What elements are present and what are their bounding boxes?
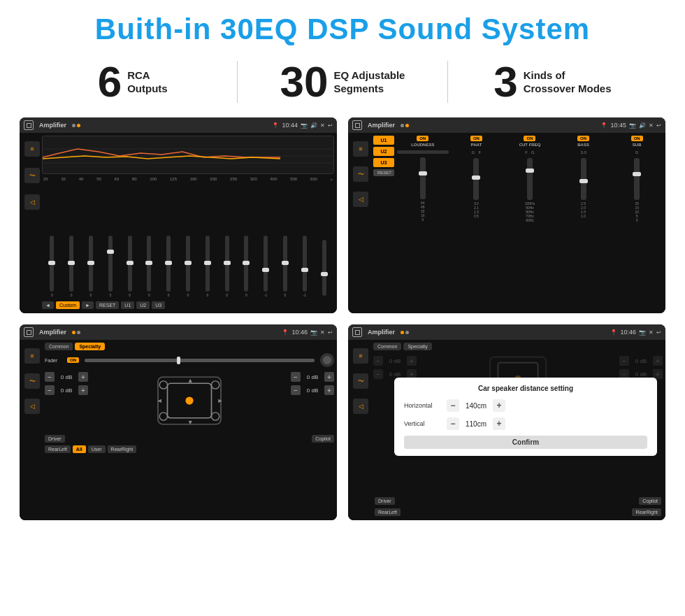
eq-u1-btn[interactable]: U1 — [121, 301, 134, 309]
sub-v-thumb[interactable] — [633, 172, 641, 176]
eq-thumb-14[interactable] — [321, 272, 328, 276]
eq-track-13[interactable] — [303, 236, 307, 292]
fader-h-track[interactable] — [85, 359, 315, 362]
eq-track-7[interactable] — [186, 236, 190, 292]
vertical-minus-btn[interactable]: − — [447, 417, 459, 430]
channel-on-sub[interactable]: ON — [631, 136, 643, 141]
btn-rearleft[interactable]: RearLeft — [45, 445, 71, 453]
dist-tab-specialty[interactable]: Specialty — [403, 343, 431, 350]
dist-btn-copilot[interactable]: Copilot — [639, 497, 661, 505]
btn-copilot[interactable]: Copilot — [312, 435, 334, 443]
eq-track-3[interactable] — [108, 236, 113, 292]
home-icon-2[interactable] — [352, 120, 362, 130]
confirm-button[interactable]: Confirm — [404, 436, 647, 449]
btn-user[interactable]: User — [88, 445, 106, 453]
channel-on-phat[interactable]: ON — [470, 136, 482, 141]
preset-u2[interactable]: U2 — [373, 147, 394, 156]
phat-v-slider[interactable] — [473, 158, 479, 200]
tab-common[interactable]: Common — [45, 343, 73, 350]
eq-thumb-4[interactable] — [127, 261, 134, 265]
eq-thumb-2[interactable] — [87, 261, 94, 265]
horizontal-minus-btn[interactable]: − — [447, 399, 459, 412]
home-icon-3[interactable] — [24, 327, 34, 337]
eq-u2-btn[interactable]: U2 — [136, 301, 150, 309]
eq-thumb-1[interactable] — [68, 261, 75, 265]
horizontal-plus-btn[interactable]: + — [493, 399, 505, 412]
loudness-v-thumb[interactable] — [419, 171, 427, 176]
eq-thumb-3[interactable] — [107, 250, 114, 254]
eq-track-2[interactable] — [89, 236, 93, 292]
eq-track-6[interactable] — [166, 236, 171, 292]
eq-track-5[interactable] — [147, 236, 151, 292]
btn-all[interactable]: All — [73, 445, 86, 453]
preset-u3[interactable]: U3 — [373, 158, 394, 167]
btn-driver[interactable]: Driver — [45, 435, 65, 443]
dist-btn-rearleft[interactable]: RearLeft — [375, 508, 401, 516]
dist-wave-icon[interactable]: 〜 — [353, 373, 368, 389]
loudness-v-slider[interactable] — [420, 157, 426, 199]
fader-plus-1[interactable]: + — [78, 372, 88, 382]
dist-btn-driver[interactable]: Driver — [375, 497, 395, 505]
eq-u3-btn[interactable]: U3 — [152, 301, 165, 309]
vertical-plus-btn[interactable]: + — [493, 417, 505, 430]
fader-on-badge[interactable]: ON — [67, 357, 79, 363]
eq-thumb-11[interactable] — [262, 268, 269, 272]
fader-minus-2[interactable]: − — [45, 385, 55, 395]
crossover-wave-icon[interactable]: 〜 — [353, 166, 368, 182]
eq-track-0[interactable] — [50, 236, 54, 292]
home-icon-4[interactable] — [352, 327, 362, 337]
dist-speaker-icon[interactable]: ◁ — [353, 399, 368, 414]
dist-btn-rearright[interactable]: RearRight — [632, 508, 661, 516]
cutfreq-v-thumb[interactable] — [526, 169, 534, 173]
eq-track-12[interactable] — [283, 236, 287, 292]
eq-speaker-icon[interactable]: ◁ — [24, 194, 40, 210]
cutfreq-v-slider[interactable] — [527, 158, 533, 200]
crossover-reset-btn[interactable]: RESET — [373, 169, 394, 176]
eq-thumb-5[interactable] — [145, 261, 152, 265]
fader-filter-icon[interactable]: ≡ — [24, 348, 40, 364]
fader-minus-3[interactable]: − — [291, 372, 301, 382]
loudness-h-slider[interactable] — [397, 150, 449, 154]
dist-filter-icon[interactable]: ≡ — [353, 348, 368, 364]
eq-thumb-12[interactable] — [282, 261, 289, 265]
fader-speaker-icon[interactable]: ◁ — [24, 399, 40, 414]
crossover-filter-icon[interactable]: ≡ — [353, 141, 368, 157]
fader-wave-icon[interactable]: 〜 — [24, 373, 40, 389]
phat-v-thumb[interactable] — [472, 176, 480, 180]
eq-thumb-13[interactable] — [301, 268, 308, 272]
preset-u1[interactable]: U1 — [373, 136, 394, 145]
fader-plus-2[interactable]: + — [78, 385, 88, 395]
eq-track-14[interactable] — [322, 240, 326, 296]
tab-specialty[interactable]: Specialty — [75, 343, 105, 350]
eq-reset-btn[interactable]: RESET — [96, 301, 119, 309]
eq-wave-icon[interactable]: 〜 — [24, 168, 40, 183]
eq-play-btn[interactable]: ► — [82, 301, 94, 309]
channel-on-loudness[interactable]: ON — [417, 136, 428, 141]
eq-thumb-8[interactable] — [204, 261, 211, 265]
channel-on-cutfreq[interactable]: ON — [524, 136, 535, 141]
dist-tab-common[interactable]: Common — [373, 343, 401, 350]
fader-plus-3[interactable]: + — [324, 372, 334, 382]
fader-minus-1[interactable]: − — [45, 372, 55, 382]
eq-thumb-10[interactable] — [243, 261, 250, 265]
fader-minus-4[interactable]: − — [291, 385, 301, 395]
btn-rearright[interactable]: RearRight — [108, 445, 137, 453]
fader-plus-4[interactable]: + — [324, 385, 334, 395]
crossover-speaker-icon[interactable]: ◁ — [353, 192, 368, 207]
eq-custom-btn[interactable]: Custom — [56, 301, 80, 309]
channel-on-bass[interactable]: ON — [577, 136, 589, 141]
sub-v-slider[interactable] — [634, 158, 640, 200]
eq-track-8[interactable] — [206, 236, 210, 292]
eq-filter-icon[interactable]: ≡ — [24, 141, 40, 157]
fader-h-thumb[interactable] — [177, 357, 180, 364]
bass-v-thumb[interactable] — [579, 179, 588, 183]
eq-track-4[interactable] — [128, 236, 132, 292]
eq-thumb-7[interactable] — [185, 261, 192, 265]
fader-knob-icon[interactable] — [320, 353, 334, 367]
bass-v-slider[interactable] — [581, 158, 586, 200]
eq-thumb-9[interactable] — [224, 261, 231, 265]
home-icon-1[interactable] — [24, 120, 34, 130]
eq-thumb-6[interactable] — [165, 261, 172, 265]
eq-track-10[interactable] — [244, 236, 248, 292]
eq-track-11[interactable] — [264, 236, 268, 292]
